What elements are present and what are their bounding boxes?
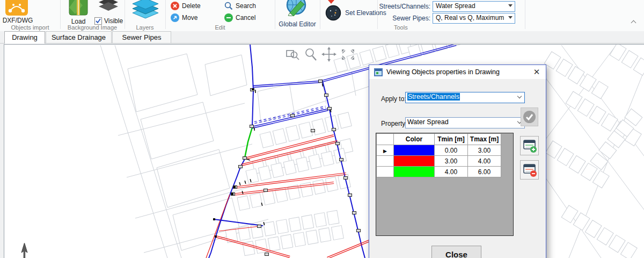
background-layer-icon <box>98 0 119 14</box>
tmin-cell[interactable]: 4.00 <box>435 167 468 177</box>
property-label: Property: <box>381 120 407 127</box>
group-objects-import: Objects import <box>0 24 60 31</box>
global-editor-icon <box>283 0 310 16</box>
layers-icon <box>130 0 160 22</box>
sewer-pipes-label: Sewer Pipes: <box>379 15 430 22</box>
property-combobox[interactable]: Water Spread <box>405 117 525 128</box>
visible-checkbox[interactable] <box>94 17 102 25</box>
zoom-window-icon[interactable] <box>287 51 299 60</box>
set-elevations-icon <box>325 5 341 21</box>
search-icon <box>224 2 233 10</box>
tmin-cell[interactable]: 0.00 <box>435 145 468 156</box>
close-button[interactable]: Close <box>431 246 481 258</box>
red-arrow-icon <box>327 0 335 4</box>
dropdown-arrow-icon <box>508 16 513 19</box>
row-selector[interactable] <box>377 167 394 177</box>
dialog-icon <box>374 68 383 76</box>
row-selector[interactable] <box>377 156 394 167</box>
col-tmin: Tmin [m] <box>435 134 468 145</box>
zoom-icon[interactable] <box>306 49 316 60</box>
search-button[interactable]: Search <box>224 2 256 10</box>
load-background-button[interactable] <box>69 0 88 16</box>
color-swatch[interactable] <box>394 156 434 166</box>
collapse-ribbon-chevron-icon[interactable] <box>631 19 636 25</box>
table-row[interactable]: ▶ 0.00 3.00 <box>377 145 501 156</box>
visible-label: Visible <box>104 17 123 25</box>
tab-sewer-pipes[interactable]: Sewer Pipes <box>112 31 171 43</box>
apply-to-label: Apply to: <box>381 95 406 103</box>
apply-to-value: Streets/Channels <box>407 93 460 101</box>
drawing-canvas[interactable] <box>4 44 644 258</box>
sewer-pipes-value: Q, Real vs Q, Maximum <box>436 14 504 22</box>
ribbon-separator <box>377 0 378 29</box>
row-selector[interactable]: ▶ <box>377 145 394 156</box>
chevron-down-icon <box>517 95 522 99</box>
streets-channels-combobox[interactable]: Water Spread <box>433 1 515 12</box>
cancel-button[interactable]: Cancel <box>224 13 255 22</box>
add-row-button[interactable] <box>520 136 539 155</box>
dialog-titlebar[interactable]: Viewing Objects properties in Drawing ✕ <box>369 65 546 79</box>
group-background-image: Background Image <box>60 24 125 31</box>
streets-channels-label: Streets/Channels: <box>379 3 430 10</box>
tab-surface-drainage[interactable]: Surface Drainage <box>46 31 112 43</box>
layers-button[interactable] <box>130 0 160 22</box>
tab-bar: Drawing Surface Drainage Sewer Pipes <box>0 31 644 44</box>
row-selector-header <box>377 134 394 145</box>
ribbon-separator <box>320 0 320 29</box>
global-editor-button[interactable] <box>283 0 310 16</box>
table-row[interactable]: 3.00 4.00 <box>377 156 501 167</box>
group-edit: Edit <box>165 24 275 31</box>
sewer-pipes-combobox[interactable]: Q, Real vs Q, Maximum <box>433 13 515 24</box>
app-window: DXF/DWG Objects import Load <box>0 0 644 258</box>
ribbon-separator <box>525 0 525 29</box>
table-row[interactable]: 4.00 6.00 <box>377 167 501 177</box>
table-header-row: Color Tmin [m] Tmax [m] <box>377 134 501 145</box>
global-editor-label: Global Editor <box>275 20 320 28</box>
apply-check-button[interactable] <box>521 108 538 126</box>
col-color: Color <box>394 134 435 145</box>
pan-icon[interactable] <box>321 47 336 62</box>
delete-icon <box>171 2 179 10</box>
dialog-title: Viewing Objects properties in Drawing <box>386 68 500 76</box>
col-tmax: Tmax [m] <box>468 134 501 145</box>
streets-channels-value: Water Spread <box>436 2 475 10</box>
delete-button[interactable]: Delete <box>171 2 201 10</box>
move-icon <box>171 13 179 22</box>
check-circle-icon <box>521 108 538 126</box>
apply-to-combobox[interactable]: Streets/Channels <box>405 92 525 103</box>
cancel-label: Cancel <box>236 14 255 22</box>
dxf-dwg-label: DXF/DWG <box>2 17 33 24</box>
map-image-icon <box>69 0 88 16</box>
remove-row-icon <box>521 161 538 179</box>
canvas-nav-toolbar[interactable] <box>287 47 354 62</box>
delete-label: Delete <box>182 2 201 10</box>
visible-checkbox-row[interactable]: Visible <box>94 17 123 25</box>
properties-dialog: Viewing Objects properties in Drawing ✕ … <box>369 64 546 258</box>
remove-row-button[interactable] <box>520 160 539 180</box>
tmax-cell[interactable]: 4.00 <box>468 156 501 167</box>
move-label: Move <box>182 14 197 22</box>
tmax-cell[interactable]: 6.00 <box>468 167 501 177</box>
north-arrow-icon <box>21 243 27 258</box>
ranges-table[interactable]: Color Tmin [m] Tmax [m] ▶ 0.00 3.00 3.00… <box>376 133 514 236</box>
search-label: Search <box>236 2 256 10</box>
color-swatch[interactable] <box>394 145 434 155</box>
tab-drawing[interactable]: Drawing <box>4 31 45 44</box>
group-layers: Layers <box>125 24 165 31</box>
add-row-icon <box>521 137 538 155</box>
group-tools: Tools <box>379 24 525 31</box>
tmin-cell[interactable]: 3.00 <box>435 156 468 167</box>
ribbon: DXF/DWG Objects import Load <box>0 0 644 32</box>
dxf-dwg-button[interactable] <box>5 0 28 16</box>
move-button[interactable]: Move <box>171 13 197 22</box>
cancel-icon <box>224 13 233 22</box>
close-icon[interactable]: ✕ <box>532 67 541 77</box>
dxf-dwg-icon <box>5 0 28 16</box>
check-icon <box>95 18 101 24</box>
dropdown-arrow-icon <box>508 4 513 7</box>
color-swatch[interactable] <box>394 167 434 177</box>
tmax-cell[interactable]: 3.00 <box>468 145 501 156</box>
map-svg[interactable] <box>4 44 644 258</box>
property-value: Water Spread <box>407 118 449 126</box>
